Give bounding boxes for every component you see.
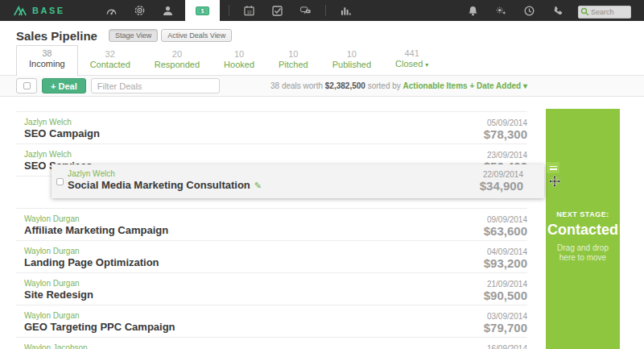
deal-contact-name: Jazlyn Welch	[68, 169, 115, 178]
stage-dropdown-caret-icon[interactable]: ▾	[425, 61, 428, 69]
base-logo[interactable]: BASE	[13, 6, 65, 16]
pipeline-stage-tab[interactable]: 10 Hooked	[212, 47, 266, 75]
stage-deal-count: 10	[332, 49, 371, 60]
tasks-check-icon[interactable]	[272, 6, 283, 16]
checkbox-icon	[23, 82, 31, 89]
edit-pencil-icon[interactable]: ✎	[254, 181, 262, 190]
deals-toolbar: + Deal 38 deals worth $2,382,500 sorted …	[0, 75, 644, 97]
settings-gears-icon[interactable]	[496, 6, 506, 16]
deal-title: Affiliate Marketing Campaign	[24, 224, 168, 236]
phone-icon[interactable]	[552, 6, 563, 16]
brand-name: BASE	[32, 6, 65, 15]
pipeline-stage-tab[interactable]: 10 Pitched	[266, 47, 320, 75]
filter-deals-input[interactable]	[91, 78, 220, 93]
deal-amount: $90,500	[484, 289, 527, 302]
drop-hint-text: Drag and drop here to move	[546, 243, 620, 263]
stage-view-button[interactable]: Stage View	[109, 29, 158, 42]
deal-row[interactable]: Waylon Durgan Landing Page Optimization …	[16, 240, 527, 272]
stage-label: Contacted	[90, 60, 130, 70]
deal-amount: $93,200	[484, 256, 527, 270]
stage-label: Responded	[155, 60, 200, 70]
deal-title: Social Media Marketing Consultation✎	[68, 179, 262, 191]
stage-label: Hooked	[224, 60, 254, 70]
deal-date: 22/09/2014	[483, 170, 523, 179]
summary-prefix: 38 deals worth	[270, 81, 325, 90]
deal-title: SEO Campaign	[24, 127, 100, 139]
pipeline-stage-tab[interactable]: 20 Responded	[142, 47, 212, 75]
stage-deal-count: 10	[224, 49, 254, 60]
deal-date: 09/09/2014	[487, 215, 527, 224]
page-header: Sales Pipeline Stage View Active Deals V…	[0, 24, 644, 47]
pipeline-stage-tab[interactable]: 32 Contacted	[78, 47, 142, 75]
deal-title: GEO Targeting PPC Campaign	[24, 321, 175, 333]
deal-date: 05/09/2014	[487, 118, 527, 127]
dragged-deal-card[interactable]: Jazlyn Welch Social Media Marketing Cons…	[52, 164, 544, 198]
deal-amount: $78,300	[484, 127, 527, 141]
summary-middle: sorted by	[365, 81, 403, 90]
reports-barchart-icon[interactable]	[341, 6, 351, 16]
deal-row[interactable]: Waylon Durgan GEO Targeting PPC Campaign…	[16, 305, 527, 337]
deal-amount: $63,600	[484, 224, 527, 238]
stage-label: Closed ▾	[395, 59, 428, 70]
deal-amount: $79,700	[484, 321, 527, 334]
pipeline-stage-tabs: 38 Incoming 32 Contacted 20 Responded 10…	[0, 47, 644, 75]
nav-divider	[229, 5, 229, 16]
calendar-icon[interactable]: 10	[244, 6, 254, 16]
deals-dollar-icon: $	[196, 6, 209, 16]
deal-row[interactable]: Waylon Durgan Affiliate Marketing Campai…	[16, 208, 527, 240]
next-stage-name: Contacted	[546, 222, 620, 239]
deal-row[interactable]: Waylon Jacobson Composition Consultation…	[16, 337, 527, 349]
stage-deal-count: 32	[90, 49, 130, 60]
pipeline-stage-tab[interactable]: 10 Published	[320, 47, 383, 75]
deal-row[interactable]: Waylon Durgan Site Redesign 21/09/2014 $…	[16, 272, 527, 305]
deal-date: 03/09/2014	[487, 312, 527, 321]
deal-contact-name: Waylon Durgan	[24, 279, 80, 288]
stage-deal-count: 441	[395, 48, 428, 59]
active-deals-view-button[interactable]: Active Deals View	[161, 29, 232, 42]
sort-caret-icon[interactable]: ▾	[523, 81, 527, 90]
move-cursor-icon	[549, 176, 560, 190]
recent-clock-icon[interactable]	[524, 6, 535, 16]
deal-date: 23/09/2014	[487, 151, 527, 160]
svg-text:10: 10	[246, 10, 251, 15]
deal-contact-name: Waylon Durgan	[24, 247, 80, 256]
deal-date: 04/09/2014	[487, 247, 527, 256]
deal-row[interactable]: Jazlyn Welch SEO Campaign 05/09/2014 $78…	[16, 111, 527, 143]
goals-target-icon[interactable]	[134, 6, 145, 16]
contacts-person-icon[interactable]	[163, 6, 173, 16]
top-nav: BASE $ 10	[0, 0, 644, 21]
sort-by-link[interactable]: Actionable Items + Date Added	[403, 81, 522, 90]
stage-deal-count: 38	[29, 48, 65, 59]
svg-text:$: $	[200, 7, 204, 14]
add-deal-button[interactable]: + Deal	[42, 78, 86, 93]
search-icon	[580, 5, 589, 19]
deal-contact-name: Waylon Durgan	[24, 311, 80, 320]
page-title: Sales Pipeline	[16, 29, 97, 43]
deal-date: 21/09/2014	[487, 280, 527, 289]
summary-total-amount: $2,382,500	[325, 81, 365, 90]
nav-tab-deals-active[interactable]: $	[185, 0, 220, 21]
nav-divider	[325, 5, 326, 16]
nav-right-cluster	[459, 3, 644, 19]
deal-amount: $34,900	[480, 179, 523, 193]
deal-checkbox[interactable]	[56, 178, 64, 185]
stage-label: Pitched	[279, 60, 308, 70]
messages-chat-icon[interactable]	[300, 6, 311, 16]
next-stage-drop-zone[interactable]: NEXT STAGE: Contacted Drag and drop here…	[546, 109, 620, 349]
notifications-bell-icon[interactable]	[468, 6, 478, 16]
pipeline-stage-tab[interactable]: 441 Closed ▾	[383, 46, 440, 75]
deal-title: Site Redesign	[24, 289, 93, 301]
stage-deal-count: 20	[155, 49, 200, 60]
dashboard-gauge-icon[interactable]	[106, 6, 117, 16]
stage-label: Incoming	[29, 59, 65, 69]
stage-deal-count: 10	[279, 49, 308, 60]
deal-contact-name: Waylon Jacobson	[24, 343, 88, 349]
deal-contact-name: Jazlyn Welch	[24, 150, 72, 159]
deal-contact-name: Jazlyn Welch	[24, 118, 72, 127]
select-all-checkbox-button[interactable]	[16, 78, 37, 93]
deals-summary: 38 deals worth $2,382,500 sorted by Acti…	[270, 81, 527, 90]
pipeline-stage-tab[interactable]: 38 Incoming	[16, 45, 78, 76]
deal-date: 16/09/2014	[487, 344, 527, 349]
next-stage-label: NEXT STAGE:	[546, 210, 620, 218]
drag-handle-icon[interactable]	[547, 162, 559, 173]
